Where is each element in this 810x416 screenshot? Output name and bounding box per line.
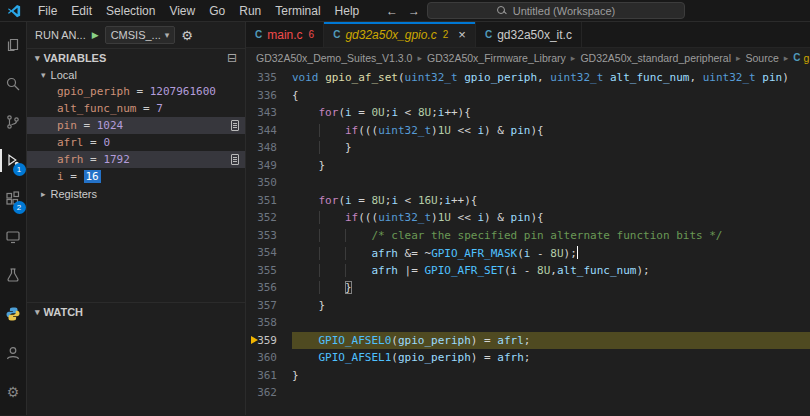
- gutter[interactable]: 350: [246, 174, 292, 192]
- variable-row[interactable]: i = 16: [27, 168, 245, 185]
- menu-file[interactable]: File: [31, 0, 64, 22]
- gutter[interactable]: 361: [246, 367, 292, 385]
- variable-row[interactable]: pin = 1024: [27, 117, 245, 134]
- gutter[interactable]: 353: [246, 227, 292, 245]
- code-line[interactable]: 358: [246, 314, 810, 332]
- extensions-badge: 2: [13, 201, 26, 214]
- gutter[interactable]: 355: [246, 262, 292, 280]
- gutter[interactable]: 344: [246, 122, 292, 140]
- code-line[interactable]: 361}: [246, 367, 810, 385]
- code-text: [292, 384, 810, 402]
- gutter[interactable]: 356: [246, 279, 292, 297]
- gutter[interactable]: 354: [246, 244, 292, 262]
- breadcrumb-item[interactable]: GD32A50x_Demo_Suites_V1.3.0: [256, 52, 412, 64]
- collapse-all-icon[interactable]: ⊟: [227, 51, 237, 65]
- code-line[interactable]: 360 GPIO_AFSEL1(gpio_periph) = afrh;: [246, 349, 810, 367]
- view-binary-icon[interactable]: [231, 154, 239, 165]
- main-row: 1 2 ⚙: [0, 22, 810, 415]
- gutter[interactable]: 336: [246, 87, 292, 105]
- source-control-icon[interactable]: [0, 103, 27, 141]
- forward-arrow-icon[interactable]: →: [408, 4, 420, 18]
- gutter[interactable]: 349: [246, 157, 292, 175]
- account-icon[interactable]: [0, 333, 27, 372]
- code-line[interactable]: 336{: [246, 87, 810, 105]
- code-line[interactable]: 355 afrh |= GPIO_AFR_SET(i - 8U,alt_func…: [246, 262, 810, 280]
- gutter[interactable]: 343: [246, 104, 292, 122]
- breadcrumb-item[interactable]: GD32A50x_Firmware_Library: [427, 52, 566, 64]
- explorer-icon[interactable]: [0, 26, 27, 64]
- launch-config-name: CMSIS_...: [111, 29, 161, 41]
- launch-config-dropdown[interactable]: CMSIS_... ▾: [105, 26, 176, 44]
- breadcrumb-item[interactable]: Source: [746, 52, 779, 64]
- breadcrumb-item[interactable]: GD32A50x_standard_peripheral: [580, 52, 731, 64]
- tab-gd32a50x_it.c[interactable]: Cgd32a50x_it.c: [476, 22, 582, 47]
- menu-view[interactable]: View: [162, 0, 202, 22]
- gutter[interactable]: 362: [246, 384, 292, 402]
- gutter[interactable]: 359: [246, 332, 292, 350]
- gear-icon[interactable]: ⚙: [181, 28, 193, 43]
- tab-gd32a50x_gpio.c[interactable]: Cgd32a50x_gpio.c2×: [324, 22, 476, 47]
- code-line[interactable]: 359 GPIO_AFSEL0(gpio_periph) = afrl;: [246, 332, 810, 350]
- breadcrumb-file[interactable]: gd32a50x_gpio.c: [804, 52, 810, 64]
- menu-selection[interactable]: Selection: [99, 0, 162, 22]
- chevron-down-icon: ▾: [165, 30, 170, 40]
- code-line[interactable]: 348 }: [246, 139, 810, 157]
- variable-name: afrh: [57, 153, 84, 166]
- code-line[interactable]: 357 }: [246, 297, 810, 315]
- code-line[interactable]: 353 /* clear the specified pin alternate…: [246, 227, 810, 245]
- variable-row[interactable]: alt_func_num = 7: [27, 100, 245, 117]
- code-line[interactable]: 343 for(i = 0U;i < 8U;i++){: [246, 104, 810, 122]
- menu-help[interactable]: Help: [328, 0, 367, 22]
- gutter[interactable]: 352: [246, 209, 292, 227]
- view-binary-icon[interactable]: [231, 120, 239, 131]
- run-and-debug-icon[interactable]: 1: [0, 141, 27, 179]
- variables-section-header[interactable]: ▾ VARIABLES ⊟: [27, 48, 245, 66]
- code-line[interactable]: 354 afrh &= ~GPIO_AFR_MASK(i - 8U);: [246, 244, 810, 262]
- vscode-logo-icon: [7, 3, 23, 19]
- search-icon: [497, 6, 507, 16]
- code-line[interactable]: 335void gpio_af_set(uint32_t gpio_periph…: [246, 69, 810, 87]
- extensions-icon[interactable]: 2: [0, 180, 27, 218]
- tab-main.c[interactable]: Cmain.c6: [246, 22, 324, 47]
- close-icon[interactable]: ×: [458, 28, 466, 41]
- testing-beaker-icon[interactable]: [0, 256, 27, 294]
- gutter[interactable]: 358: [246, 314, 292, 332]
- python-icon[interactable]: [0, 295, 27, 333]
- search-sidebar-icon[interactable]: [0, 64, 27, 102]
- gutter[interactable]: 351: [246, 192, 292, 210]
- variable-row[interactable]: gpio_periph = 1207961600: [27, 83, 245, 100]
- code-line[interactable]: 344 if(((uint32_t)1U << i) & pin){: [246, 122, 810, 140]
- code-line[interactable]: 362: [246, 384, 810, 402]
- gutter[interactable]: 357: [246, 297, 292, 315]
- variable-row[interactable]: afrh = 1792: [27, 151, 245, 168]
- gutter[interactable]: 348: [246, 139, 292, 157]
- nav-arrows: ← →: [386, 0, 420, 22]
- settings-gear-icon[interactable]: ⚙: [0, 372, 27, 411]
- remote-explorer-icon[interactable]: [0, 218, 27, 256]
- search-box[interactable]: Untitled (Workspace): [427, 2, 685, 19]
- variable-row[interactable]: afrl = 0: [27, 134, 245, 151]
- equals-sign: =: [136, 102, 156, 115]
- gutter[interactable]: 360: [246, 349, 292, 367]
- menu-run[interactable]: Run: [232, 0, 268, 22]
- code-line[interactable]: 350: [246, 174, 810, 192]
- code-line[interactable]: 352 if(((uint32_t)1U << i) & pin){: [246, 209, 810, 227]
- scope-local[interactable]: ▾Local: [27, 66, 245, 83]
- code-line[interactable]: 356 }: [246, 279, 810, 297]
- editor-area: Cmain.c6Cgd32a50x_gpio.c2×Cgd32a50x_it.c…: [246, 22, 810, 415]
- code-text: afrh |= GPIO_AFR_SET(i - 8U,alt_func_num…: [292, 262, 810, 280]
- c-file-icon: C: [333, 29, 340, 40]
- start-debugging-icon[interactable]: ▶: [92, 30, 99, 40]
- code-line[interactable]: 351 for(i = 8U;i < 16U;i++){: [246, 192, 810, 210]
- back-arrow-icon[interactable]: ←: [386, 4, 398, 18]
- code-line[interactable]: 349 }: [246, 157, 810, 175]
- menu-edit[interactable]: Edit: [64, 0, 99, 22]
- scope-registers[interactable]: ▸Registers: [27, 185, 245, 202]
- gutter[interactable]: 335: [246, 69, 292, 87]
- menu-go[interactable]: Go: [202, 0, 232, 22]
- activity-bar: 1 2 ⚙: [0, 22, 27, 415]
- variables-section-title: VARIABLES: [44, 52, 107, 64]
- variable-name: afrl: [57, 136, 84, 149]
- watch-section-header[interactable]: ▾ WATCH: [27, 302, 245, 320]
- menu-terminal[interactable]: Terminal: [268, 0, 327, 22]
